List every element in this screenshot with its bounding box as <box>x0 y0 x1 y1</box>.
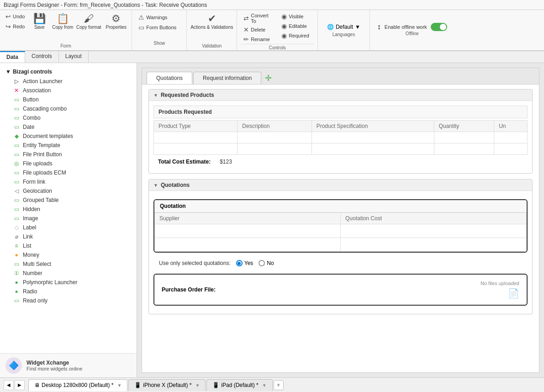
sidebar-item-money[interactable]: ● Money <box>0 250 137 260</box>
save-button[interactable]: 💾 Save <box>29 12 49 32</box>
sidebar-item-read-only[interactable]: ▭ Read only <box>0 296 137 305</box>
radio-yes[interactable]: Yes <box>236 260 254 266</box>
copy-from-label: Copy from <box>52 25 73 30</box>
sidebar-item-multi-select[interactable]: ▭ Multi Select <box>0 260 137 269</box>
device-tab-desktop[interactable]: 🖥 Desktop 1280x800 (Default) * ▼ <box>28 379 127 391</box>
nav-prev-button[interactable]: ◀ <box>4 380 14 390</box>
sidebar-item-form-link[interactable]: ▭ Form link <box>0 177 137 186</box>
required-button[interactable]: ◉ Required <box>279 31 314 40</box>
validation-group-label: Validation <box>202 43 222 50</box>
controls-right-col: ◉ Visible ◉ Editable ◉ Required <box>279 12 314 44</box>
file-upload-right: No files uploaded 📄 <box>225 281 519 299</box>
default-language-button[interactable]: 🌐 Default ▼ <box>323 22 364 32</box>
sidebar-item-grouped-table[interactable]: ▭ Grouped Table <box>0 196 137 205</box>
total-label: Total Cost Estimate: <box>158 159 211 165</box>
offline-toggle[interactable] <box>431 23 447 31</box>
document-templates-icon: ◆ <box>13 133 20 139</box>
add-device-tab-button[interactable]: + <box>274 380 284 390</box>
ribbon-validation-buttons: ✔ Actions & Validations <box>194 12 230 43</box>
warnings-button[interactable]: ⚠ Warnings <box>136 13 183 22</box>
sidebar-item-polymorphic-launcher[interactable]: ● Polymorphic Launcher <box>0 278 137 287</box>
file-upload-label: Purchase Order File: <box>162 286 216 293</box>
ribbon-form-group: ↩ Undo ↪ Redo 💾 Save 📋 Copy from 🖌 <box>0 10 132 50</box>
sidebar-item-file-uploads[interactable]: ◎ File uploads <box>0 159 137 168</box>
sidebar-item-hidden[interactable]: ▭ Hidden <box>0 205 137 214</box>
language-dropdown-icon: ▼ <box>355 24 360 30</box>
redo-icon: ↪ <box>5 23 11 30</box>
col-quotation-cost: Quotation Cost <box>341 213 527 224</box>
convert-to-button[interactable]: ⇄ Convert To <box>241 12 276 25</box>
form-buttons-label: Form Buttons <box>146 25 176 30</box>
button-icon: ▭ <box>13 96 20 103</box>
sidebar-item-number[interactable]: ① Number <box>0 269 137 278</box>
controls-group-label: Controls <box>241 44 314 50</box>
form-tab-request-information[interactable]: Request information <box>193 72 261 84</box>
sidebar-content: ▼ Bizagi controls ▷ Action Launcher ✕ As… <box>0 63 137 353</box>
sidebar-item-association[interactable]: ✕ Association <box>0 86 137 95</box>
sidebar-item-entity-template[interactable]: ▭ Entity Template <box>0 141 137 150</box>
sidebar-item-button[interactable]: ▭ Button <box>0 95 137 104</box>
device-tab-ipad[interactable]: 📱 iPad (Default) * ▼ <box>206 379 272 391</box>
actions-validations-button[interactable]: ✔ Actions & Validations <box>194 12 230 32</box>
copy-format-button[interactable]: 🖌 Copy format <box>76 12 101 32</box>
tab-controls[interactable]: Controls <box>25 51 59 63</box>
show-group-btns: ⚠ Warnings ▭ Form Buttons <box>136 13 183 41</box>
languages-group-label: Languages <box>333 32 355 39</box>
redo-button[interactable]: ↪ Redo <box>3 22 27 31</box>
sidebar-header-label: Bizagi controls <box>13 69 52 75</box>
warnings-icon: ⚠ <box>138 14 144 21</box>
properties-label: Properties <box>106 25 127 30</box>
tab-layout[interactable]: Layout <box>59 51 89 63</box>
products-requested-title: Products Requested <box>153 106 528 118</box>
sidebar-item-action-launcher[interactable]: ▷ Action Launcher <box>0 77 137 86</box>
form-tab-quotations[interactable]: Quotations <box>147 72 192 84</box>
total-value: $123 <box>220 159 232 165</box>
table-row <box>155 224 527 238</box>
undo-button[interactable]: ↩ Undo <box>3 12 27 21</box>
sidebar-item-link[interactable]: ⌀ Link <box>0 232 137 241</box>
controls-left-col: ⇄ Convert To ✕ Delete ✏ Rename <box>241 12 276 44</box>
quotations-header-row: Supplier Quotation Cost <box>155 213 527 224</box>
sidebar-item-document-templates[interactable]: ◆ Document templates <box>0 132 137 141</box>
add-tab-button[interactable]: ✛ <box>265 74 272 82</box>
sidebar-item-file-uploads-ecm[interactable]: ▭ File uploads ECM <box>0 168 137 177</box>
properties-button[interactable]: ⚙ Properties <box>103 12 129 32</box>
upload-icon[interactable]: 📄 <box>508 288 519 299</box>
ipad-icon: 📱 <box>212 382 219 388</box>
sidebar-item-date[interactable]: ▭ Date <box>0 122 137 132</box>
required-label: Required <box>289 33 309 38</box>
sidebar-item-image[interactable]: ▭ Image <box>0 214 137 223</box>
device-tab-iphone[interactable]: 📱 iPhone X (Default) * ▼ <box>128 379 206 391</box>
tab-data[interactable]: Data <box>0 51 25 63</box>
rename-icon: ✏ <box>243 36 249 43</box>
radio-group-label: Use only selected quotations: <box>159 260 231 266</box>
sidebar-item-geolocation[interactable]: ◁ Geolocation <box>0 186 137 196</box>
form-buttons-button[interactable]: ▭ Form Buttons <box>136 23 183 32</box>
sidebar-item-label[interactable]: ◇ Label <box>0 223 137 232</box>
undo-redo-col: ↩ Undo ↪ Redo <box>3 12 27 31</box>
sidebar-item-combo[interactable]: ▭ Combo <box>0 113 137 122</box>
sidebar-item-file-print-button[interactable]: ▭ File Print Button <box>0 150 137 159</box>
file-uploads-ecm-icon: ▭ <box>13 170 20 176</box>
radio-no[interactable]: No <box>259 260 274 266</box>
delete-button[interactable]: ✕ Delete <box>241 25 276 34</box>
requested-products-body: Products Requested Product Type Descript… <box>149 101 532 173</box>
sidebar-item-list[interactable]: ≡ List <box>0 241 137 250</box>
copy-from-button[interactable]: 📋 Copy from <box>51 12 74 32</box>
delete-label: Delete <box>251 27 265 32</box>
visible-button[interactable]: ◉ Visible <box>279 12 314 21</box>
requested-products-header[interactable]: ▼ Requested Products <box>149 90 532 101</box>
rename-button[interactable]: ✏ Rename <box>241 35 276 44</box>
image-icon: ▭ <box>13 215 20 222</box>
ribbon-languages-group: 🌐 Default ▼ Languages <box>318 10 370 50</box>
nav-next-button[interactable]: ▶ <box>15 380 25 390</box>
save-label: Save <box>34 25 45 30</box>
warnings-label: Warnings <box>146 15 167 20</box>
sidebar-item-radio[interactable]: ● Radio <box>0 287 137 296</box>
total-cost-row: Total Cost Estimate: $123 <box>153 155 528 169</box>
sidebar-footer[interactable]: 🔷 Widget Xchange Find more widgets onlin… <box>0 353 137 377</box>
quotations-section-header[interactable]: ▼ Quotations <box>149 180 532 191</box>
offline-icon: ↕ <box>377 23 381 31</box>
sidebar-item-cascading-combo[interactable]: ▭ Cascading combo <box>0 104 137 113</box>
editable-button[interactable]: ◉ Editable <box>279 21 314 31</box>
